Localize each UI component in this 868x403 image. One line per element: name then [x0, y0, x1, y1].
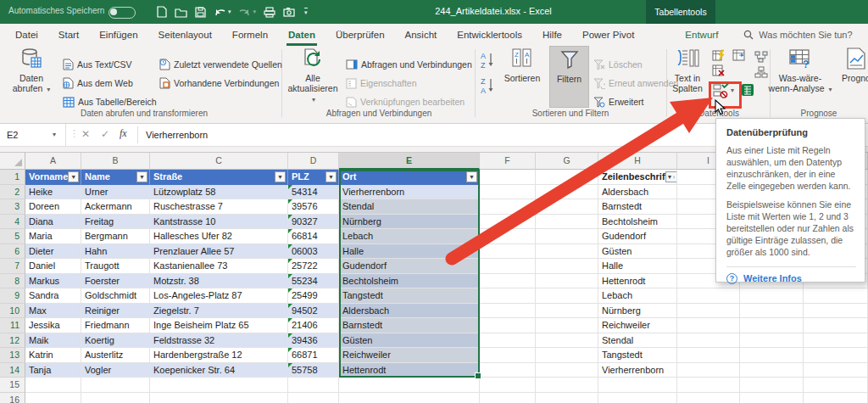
row-header-13[interactable]: 13 — [0, 348, 25, 363]
undo-dropdown-icon[interactable]: ▾ — [228, 8, 231, 15]
filter-button-E[interactable]: ▼ — [466, 171, 477, 182]
sort-az-button[interactable]: AZ — [480, 51, 495, 73]
cell-H5[interactable]: Gudendorf — [598, 229, 677, 244]
cell-E6[interactable]: Halle — [339, 244, 480, 260]
tell-me-search[interactable]: Was möchten Sie tun? — [743, 24, 852, 46]
undo-icon[interactable] — [214, 7, 225, 18]
cell-F6[interactable] — [480, 244, 536, 260]
cell-F8[interactable] — [480, 274, 536, 289]
cell-G8[interactable] — [536, 274, 598, 289]
what-if-analysis-button[interactable]: ? Was-wäre-wenn-Analyse — [768, 48, 832, 107]
cancel-entry-icon[interactable]: ✕ — [81, 128, 90, 140]
cell-H14[interactable]: Vierherrenborn — [598, 363, 677, 378]
name-box-dropdown-icon[interactable]: ▾ — [53, 124, 56, 146]
cell-H11[interactable]: Reichweiler — [598, 318, 677, 333]
cell-I9[interactable] — [677, 288, 740, 304]
from-web-button[interactable]: Aus dem Web — [63, 75, 133, 92]
sort-za-button[interactable]: ZA — [480, 76, 495, 98]
cell-F10[interactable] — [480, 304, 536, 319]
cell-H10[interactable]: Nürnberg — [598, 304, 677, 319]
row-header-4[interactable]: 4 — [0, 215, 25, 230]
tab-einfügen[interactable]: Einfügen — [89, 24, 147, 46]
formula-bar-grip[interactable]: ⋮ — [70, 128, 79, 139]
cell-B11[interactable]: Friedmann — [81, 318, 150, 333]
cell-I11[interactable] — [677, 318, 740, 333]
cell-G11[interactable] — [536, 318, 598, 333]
row-header-5[interactable]: 5 — [0, 229, 25, 244]
advanced-filter-button[interactable]: Erweitert — [593, 93, 643, 110]
cell-B13[interactable]: Austerlitz — [81, 348, 150, 363]
queries-connections-button[interactable]: Abfragen und Verbindungen — [346, 56, 472, 73]
cell-K12[interactable] — [804, 333, 868, 349]
cell-A5[interactable]: Maria — [25, 229, 81, 244]
edit-links-button[interactable]: Verknüpfungen bearbeiten — [346, 93, 465, 110]
column-header-F[interactable]: F — [480, 153, 536, 170]
cell-B7[interactable]: Traugott — [81, 259, 150, 274]
cell-C9[interactable]: Los-Angeles-Platz 87 — [150, 288, 288, 304]
cell-J11[interactable] — [740, 318, 804, 333]
column-header-H[interactable]: H — [598, 153, 677, 170]
cell-B6[interactable]: Hahn — [81, 244, 150, 260]
cell-D2[interactable]: 54314 — [288, 185, 339, 200]
cell-K11[interactable] — [804, 318, 868, 333]
cell-A2[interactable]: Heike — [25, 185, 81, 200]
cell-B8[interactable]: Foerster — [81, 274, 150, 289]
cell-H12[interactable]: Stendal — [598, 333, 677, 349]
cell-B9[interactable]: Goldschmidt — [81, 288, 150, 304]
cell-C7[interactable]: Kastanienallee 73 — [150, 259, 288, 274]
column-header-C[interactable]: C — [150, 153, 288, 170]
cell-K9[interactable] — [804, 288, 868, 304]
cell-F14[interactable] — [480, 363, 536, 378]
powerpivot-table-icon[interactable] — [741, 83, 754, 100]
row-header-9[interactable]: 9 — [0, 288, 25, 304]
cell-E12[interactable]: Güsten — [339, 333, 480, 349]
cell-C1[interactable]: Straße▼ — [150, 170, 288, 185]
cell-E3[interactable]: Stendal — [339, 199, 480, 215]
row-header-8[interactable]: 8 — [0, 274, 25, 289]
column-header-A[interactable]: A — [25, 153, 81, 170]
cell-E11[interactable]: Barnstedt — [339, 318, 480, 333]
reapply-filter-button[interactable]: Erneut anwenden — [593, 75, 678, 92]
name-box[interactable]: E2 — [0, 124, 66, 146]
cell-C15[interactable] — [150, 378, 288, 393]
cell-A15[interactable] — [25, 378, 81, 393]
cell-D16[interactable] — [288, 393, 339, 403]
column-header-B[interactable]: B — [81, 153, 150, 170]
from-table-range-button[interactable]: Aus Tabelle/Bereich — [63, 93, 157, 110]
existing-connections-button[interactable]: Vorhandene Verbindungen — [159, 75, 279, 92]
cell-D8[interactable]: 55234 — [288, 274, 339, 289]
cell-A6[interactable]: Dieter — [25, 244, 81, 260]
cell-J15[interactable] — [740, 378, 804, 393]
cell-F2[interactable] — [480, 185, 536, 200]
cell-A4[interactable]: Diana — [25, 215, 81, 230]
save-icon[interactable] — [195, 7, 206, 18]
cell-I13[interactable] — [677, 348, 740, 363]
cell-K10[interactable] — [804, 304, 868, 319]
row-header-1[interactable]: 1 — [0, 170, 25, 185]
cell-G15[interactable] — [536, 378, 598, 393]
formula-bar-content[interactable]: Vierherrenborn — [146, 124, 208, 146]
sort-filter-button-H[interactable]: ▼↑ — [665, 171, 677, 182]
cell-E2[interactable]: Vierherrenborn — [339, 185, 480, 200]
cell-J16[interactable] — [740, 393, 804, 403]
cell-G14[interactable] — [536, 363, 598, 378]
select-all-corner[interactable] — [0, 153, 25, 170]
row-header-7[interactable]: 7 — [0, 259, 25, 274]
get-data-button[interactable]: Daten abrufen — [7, 48, 56, 107]
cell-E13[interactable]: Reichweiler — [339, 348, 480, 363]
cell-A3[interactable]: Doreen — [25, 199, 81, 215]
forecast-sheet-button[interactable]: Progno — [837, 48, 868, 107]
cell-K16[interactable] — [804, 393, 868, 403]
cell-H7[interactable]: Halle — [598, 259, 677, 274]
cell-A12[interactable]: Maik — [25, 333, 81, 349]
cell-H4[interactable]: Bechtolsheim — [598, 215, 677, 230]
cell-A10[interactable]: Max — [25, 304, 81, 319]
cell-C11[interactable]: Inge Beisheim Platz 65 — [150, 318, 288, 333]
cell-D15[interactable] — [288, 378, 339, 393]
cell-H2[interactable]: Aldersbach — [598, 185, 677, 200]
tab-daten[interactable]: Daten — [278, 24, 326, 46]
refresh-all-button[interactable]: Alle aktualisieren — [285, 48, 341, 107]
column-header-D[interactable]: D — [288, 153, 339, 170]
cell-J12[interactable] — [740, 333, 804, 349]
cell-H3[interactable]: Barnstedt — [598, 199, 677, 215]
